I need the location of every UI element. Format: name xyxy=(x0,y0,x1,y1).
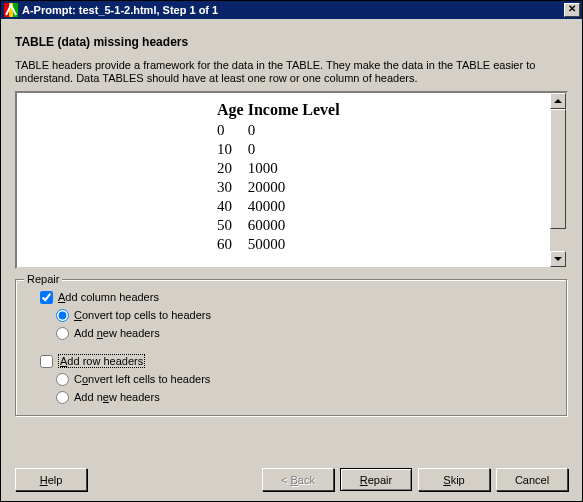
table-row: 5060000 xyxy=(217,216,344,235)
skip-button[interactable]: Skip xyxy=(418,468,490,491)
convert-top-cells-input[interactable] xyxy=(56,309,69,322)
col-header: Age xyxy=(217,101,248,121)
add-column-headers-checkbox[interactable]: Add column headers xyxy=(40,288,557,306)
scroll-down-button[interactable] xyxy=(550,251,566,267)
app-icon xyxy=(3,2,19,18)
add-new-col-headers-input[interactable] xyxy=(56,327,69,340)
repair-group: Repair Add column headers Convert top ce… xyxy=(15,279,568,417)
vertical-scrollbar[interactable] xyxy=(550,93,566,267)
add-new-row-headers-input[interactable] xyxy=(56,391,69,404)
add-row-headers-checkbox[interactable]: Add row headers xyxy=(40,352,557,370)
dialog-window: A-Prompt: test_5-1-2.html, Step 1 of 1 ✕… xyxy=(0,0,583,502)
table-row: 100 xyxy=(217,140,344,159)
table-row: 3020000 xyxy=(217,178,344,197)
preview-content: Age Income Level 00 100 201000 3020000 4… xyxy=(217,93,550,267)
add-new-col-headers-radio[interactable]: Add new headers xyxy=(56,324,557,342)
table-preview: Age Income Level 00 100 201000 3020000 4… xyxy=(15,91,568,269)
back-button: < Back xyxy=(262,468,334,491)
table-row: 00 xyxy=(217,121,344,140)
cancel-button[interactable]: Cancel xyxy=(496,468,568,491)
help-button[interactable]: Help xyxy=(15,468,87,491)
table-row: 201000 xyxy=(217,159,344,178)
repair-button[interactable]: Repair xyxy=(340,468,412,491)
window-title: A-Prompt: test_5-1-2.html, Step 1 of 1 xyxy=(22,4,564,16)
add-row-headers-input[interactable] xyxy=(40,355,53,368)
repair-legend: Repair xyxy=(24,273,62,285)
add-new-row-headers-radio[interactable]: Add new headers xyxy=(56,388,557,406)
close-button[interactable]: ✕ xyxy=(564,3,580,17)
table-row: 6050000 xyxy=(217,235,344,254)
data-table: Age Income Level 00 100 201000 3020000 4… xyxy=(217,101,344,254)
table-row: 4040000 xyxy=(217,197,344,216)
description-text: TABLE headers provide a framework for th… xyxy=(15,59,568,85)
button-row: Help < Back Repair Skip Cancel xyxy=(15,468,568,491)
col-header: Income Level xyxy=(248,101,344,121)
convert-top-cells-radio[interactable]: Convert top cells to headers xyxy=(56,306,557,324)
convert-left-cells-input[interactable] xyxy=(56,373,69,386)
page-heading: TABLE (data) missing headers xyxy=(15,35,568,49)
convert-left-cells-radio[interactable]: Convert left cells to headers xyxy=(56,370,557,388)
scroll-thumb[interactable] xyxy=(550,109,566,229)
add-column-headers-input[interactable] xyxy=(40,291,53,304)
titlebar: A-Prompt: test_5-1-2.html, Step 1 of 1 ✕ xyxy=(1,1,582,19)
scroll-up-button[interactable] xyxy=(550,93,566,109)
